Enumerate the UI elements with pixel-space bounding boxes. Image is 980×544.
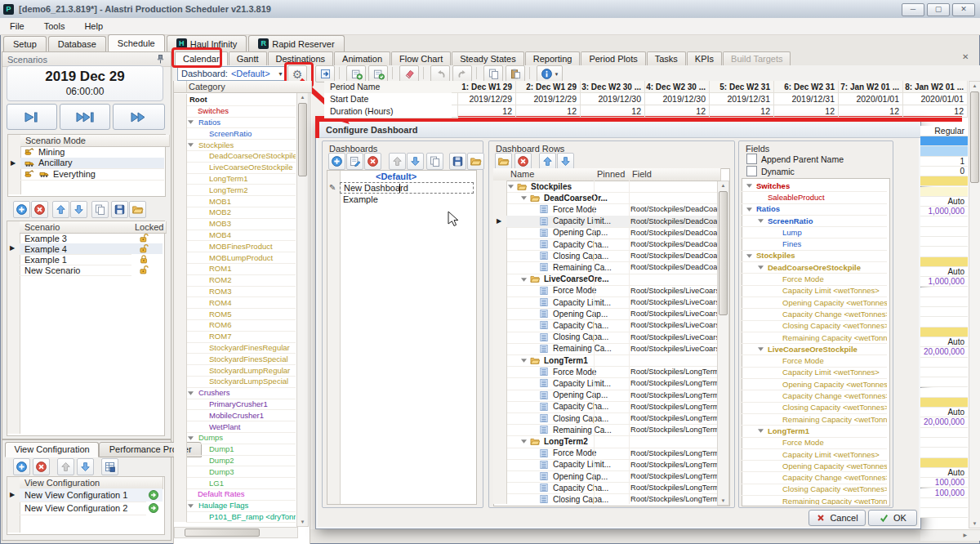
scrollbar-thumb[interactable] [719,191,728,315]
scenario-mode-row[interactable]: Everything [20,168,164,181]
toolbar-snapshot-check-button[interactable] [368,65,388,82]
fields-tree-item[interactable]: LongTerm1 [742,425,887,437]
category-item[interactable]: Haulage Flags [186,500,296,512]
fields-tree-item[interactable]: Capacity Limit <wetTonnes> [742,367,887,379]
scenario-move-down-button[interactable] [70,201,87,218]
menu-item-file[interactable]: File [0,19,34,33]
dashboard-open-button[interactable] [467,153,484,170]
fast-forward-to-button[interactable] [60,104,110,130]
go-icon[interactable] [148,502,160,514]
dashboard-copy-button[interactable] [426,153,443,170]
category-item[interactable]: MOB1 [186,195,296,207]
fields-tree-item[interactable]: Opening Capacity <wetTonnes> [742,460,887,472]
ok-button[interactable]: OK [868,510,917,526]
fields-tree-item[interactable]: Force Mode [742,355,887,368]
category-hscrollbar[interactable] [174,527,298,538]
close-tab-icon[interactable]: ✕ [962,52,969,61]
category-item[interactable]: ROM1 [186,263,296,275]
tab-view-configuration[interactable]: View Configuration [5,442,99,457]
category-item[interactable]: Dumps [186,432,296,444]
dashboard-row-item[interactable]: LongTerm2 [506,435,717,448]
tab-schedule[interactable]: Schedule [108,34,165,51]
category-item[interactable]: WetPlant [186,421,296,433]
view-config-row[interactable]: New View Configuration 1 [20,488,146,502]
fields-tree-item[interactable]: DeadCoarseOreStockpile [742,261,887,274]
category-item[interactable]: ROM4 [186,297,296,309]
scenario-copy-button[interactable] [91,201,109,218]
go-icon[interactable] [148,489,160,501]
scenario-add-button[interactable] [13,201,30,218]
toolbar-paste-button[interactable] [506,65,525,82]
fields-tree-item[interactable]: Capacity Change <wetTonnes> [742,390,887,402]
category-item[interactable]: LiveCoarseOreStockpile [186,162,296,174]
dashboard-save-button[interactable] [449,153,466,170]
fields-tree-item[interactable]: Closing Capacity <wetTonnes> [742,402,887,414]
category-item[interactable]: ROM5 [186,308,296,320]
scrollbar-thumb[interactable] [185,528,260,537]
category-item[interactable]: MobileCrusher1 [186,409,296,421]
subtab-gantt[interactable]: Gantt [229,51,267,65]
scenario-row[interactable]: Example 1 [20,254,131,265]
dashboard-edit-item-button[interactable] [346,153,363,170]
category-item[interactable]: StockyardFinesRegular [186,342,296,354]
category-item[interactable]: Crushers [186,387,296,399]
category-item[interactable]: MOBLumpProduct [186,252,296,264]
fields-tree-item[interactable]: Opening Capacity <wetTonnes> [742,297,887,309]
fields-tree-item[interactable]: Ratios [742,203,887,216]
scenario-row[interactable]: New Scenario [20,265,131,276]
dialog-title-bar[interactable]: Configure Dashboard [316,122,920,138]
toolbar-copy-button[interactable] [483,65,503,82]
dashboard-row-item[interactable]: LongTerm1 [506,354,717,367]
fields-tree-item[interactable]: Force Mode [742,437,887,449]
fields-tree-item[interactable]: Opening Capacity <wetTonnes> [742,378,887,390]
view-config-grid-export-button[interactable] [101,458,118,475]
category-item[interactable]: Root [186,94,296,106]
scenario-save-button[interactable] [111,201,128,218]
tab-setup[interactable]: Setup [3,36,47,51]
fields-tree-item[interactable]: ScreenRatio [742,215,887,227]
category-item[interactable]: PrimaryCrusher1 [186,399,296,411]
category-item[interactable]: Dump2 [186,455,296,467]
toolbar-snapshot-add-button[interactable] [346,65,366,82]
dashboard-item[interactable]: <Default> [340,171,474,182]
dashboard-rows-move-down-button[interactable] [557,153,574,170]
dashboard-delete-button[interactable] [364,153,381,170]
period-column-header[interactable]: 7: Jan W2 01 ... [839,81,903,93]
fields-tree-item[interactable]: Closing Capacity <wetTonnes> [742,320,887,332]
category-item[interactable]: MOB4 [186,230,296,242]
category-scrollbar[interactable]: ▲ ▼ [296,92,309,527]
view-config-move-down-button[interactable] [77,458,94,475]
fields-tree-item[interactable]: Lump [742,226,887,239]
view-config-add-button[interactable] [13,458,30,475]
unlock-icon[interactable] [138,233,151,243]
dashboard-rows-move-up-button[interactable] [539,153,556,170]
unlock-icon[interactable] [138,243,151,254]
append-parent-name-checkbox[interactable]: Append Parent Name [746,154,885,164]
category-item[interactable]: LG1 [186,477,296,489]
scrollbar-thumb[interactable] [970,91,979,183]
category-item[interactable]: ROM7 [186,331,296,343]
category-item[interactable]: Ratios [186,117,296,129]
category-item[interactable]: P101_BF_ramp <dryTonnes> [186,511,296,524]
category-item[interactable]: ROM3 [186,286,296,298]
category-item[interactable]: Switches [186,105,296,118]
category-item[interactable]: Dump3 [186,466,296,478]
subtab-steady-states[interactable]: Steady States [452,51,524,65]
tab-database[interactable]: Database [48,36,106,51]
menu-item-help[interactable]: Help [74,19,113,33]
dashboard-row-item[interactable]: Stockpiles [506,181,717,193]
scenario-row[interactable]: Example 3 [20,233,131,244]
fields-tree-item[interactable]: Switches [742,180,887,192]
category-item[interactable]: Dump1 [186,444,296,456]
category-item[interactable]: MOB3 [186,218,296,230]
dashboard-move-up-button[interactable] [389,153,406,170]
dashboard-row-item[interactable]: DeadCoarseOr... [506,192,717,204]
fields-tree-item[interactable]: Remaining Capacity <wetTonnes> [742,495,887,505]
toolbar-info-button[interactable]: ▼ [537,65,563,82]
view-config-delete-button[interactable] [33,458,50,475]
unlock-icon[interactable] [138,265,151,275]
period-column-header[interactable]: 4: Dec W2 30 ... [645,81,710,93]
category-item[interactable]: DeadCoarseOreStockpile [186,150,296,163]
subtab-tasks[interactable]: Tasks [647,51,686,65]
tab-rapid-reserver[interactable]: RRapid Reserver [248,35,344,51]
